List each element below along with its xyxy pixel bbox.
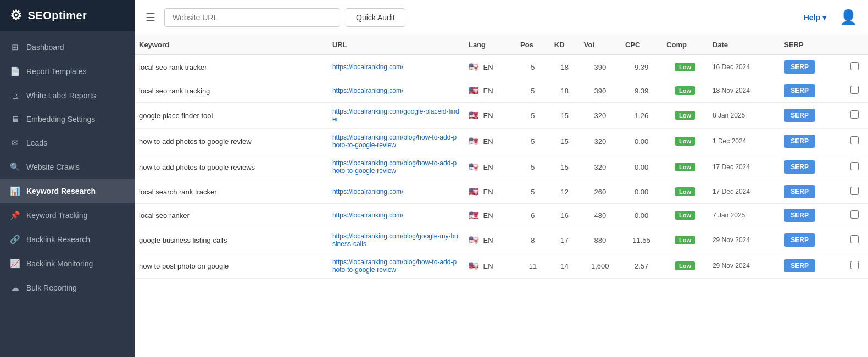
cell-serp: SERP <box>780 103 842 129</box>
cell-cpc: 11.55 <box>621 227 662 253</box>
cell-vol: 390 <box>580 55 621 79</box>
sidebar-item-backlink-monitoring[interactable]: 📈 Backlink Monitoring <box>0 252 135 276</box>
url-input[interactable] <box>164 8 340 27</box>
col-header-keyword: Keyword <box>135 35 328 55</box>
sidebar-label-white-label-reports: White Label Reports <box>26 91 96 100</box>
flag-icon: 🇺🇸 <box>469 162 479 171</box>
cell-comp: Low <box>662 204 708 227</box>
table-row: google business listing calls https://lo… <box>135 227 868 253</box>
sidebar-label-keyword-research: Keyword Research <box>26 187 96 196</box>
cell-checkbox <box>842 204 868 227</box>
col-header-comp: Comp <box>662 35 708 55</box>
cell-checkbox <box>842 79 868 103</box>
leads-icon: ✉ <box>10 138 20 148</box>
sidebar-item-leads[interactable]: ✉ Leads <box>0 131 135 155</box>
cell-vol: 320 <box>580 103 621 129</box>
cell-kd: 12 <box>550 180 580 204</box>
backlink-monitoring-icon: 📈 <box>10 259 20 269</box>
cell-keyword: google place finder tool <box>135 103 328 129</box>
flag-icon: 🇺🇸 <box>469 110 479 120</box>
row-checkbox[interactable] <box>850 187 859 195</box>
sidebar-item-white-label-reports[interactable]: 🖨 White Label Reports <box>0 83 135 107</box>
sidebar-item-bulk-reporting[interactable]: ☁ Bulk Reporting <box>0 276 135 300</box>
serp-button[interactable]: SERP <box>784 209 815 222</box>
row-checkbox[interactable] <box>850 210 859 219</box>
cell-kd: 18 <box>550 79 580 103</box>
comp-badge: Low <box>675 63 695 71</box>
serp-button[interactable]: SERP <box>784 259 815 272</box>
sidebar-item-keyword-research[interactable]: 📊 Keyword Research <box>0 179 135 203</box>
cell-lang: 🇺🇸 EN <box>464 129 516 154</box>
row-checkbox[interactable] <box>850 136 859 144</box>
sidebar-item-embedding-settings[interactable]: 🖥 Embedding Settings <box>0 107 135 131</box>
flag-icon: 🇺🇸 <box>469 187 479 196</box>
cell-pos: 5 <box>516 79 550 103</box>
cell-serp: SERP <box>780 129 842 154</box>
cell-checkbox <box>842 154 868 180</box>
cell-lang: 🇺🇸 EN <box>464 204 516 227</box>
sidebar-item-report-templates[interactable]: 📄 Report Templates <box>0 59 135 83</box>
row-checkbox[interactable] <box>850 62 859 70</box>
sidebar-item-website-crawls[interactable]: 🔍 Website Crawls <box>0 155 135 179</box>
sidebar-item-keyword-tracking[interactable]: 📌 Keyword Tracking <box>0 203 135 227</box>
cell-vol: 480 <box>580 204 621 227</box>
cell-keyword: google business listing calls <box>135 227 328 253</box>
cell-keyword: local seo ranker <box>135 204 328 227</box>
cell-kd: 17 <box>550 227 580 253</box>
cell-pos: 8 <box>516 227 550 253</box>
cell-date: 17 Dec 2024 <box>708 154 780 180</box>
serp-button[interactable]: SERP <box>784 135 815 148</box>
comp-badge: Low <box>675 163 695 171</box>
cell-date: 7 Jan 2025 <box>708 204 780 227</box>
row-checkbox[interactable] <box>850 162 859 170</box>
row-checkbox[interactable] <box>850 86 859 94</box>
col-header-date: Date <box>708 35 780 55</box>
sidebar-label-backlink-research: Backlink Research <box>26 235 90 244</box>
sidebar-item-backlink-research[interactable]: 🔗 Backlink Research <box>0 227 135 252</box>
cell-serp: SERP <box>780 227 842 253</box>
cell-keyword: how to post photo on google <box>135 253 328 279</box>
row-checkbox[interactable] <box>850 235 859 243</box>
cell-pos: 5 <box>516 55 550 79</box>
cell-comp: Low <box>662 129 708 154</box>
cell-url: https://localranking.com/ <box>328 79 464 103</box>
cell-date: 1 Dec 2024 <box>708 129 780 154</box>
quick-audit-button[interactable]: Quick Audit <box>346 8 405 27</box>
col-header-serp: SERP <box>780 35 842 55</box>
content-area: KeywordURLLangPosKDVolCPCCompDateSERP lo… <box>135 35 868 357</box>
cell-comp: Low <box>662 55 708 79</box>
cell-comp: Low <box>662 180 708 204</box>
white-label-reports-icon: 🖨 <box>10 91 20 100</box>
row-checkbox[interactable] <box>850 110 859 119</box>
sidebar-item-dashboard[interactable]: ⊞ Dashboard <box>0 35 135 59</box>
cell-cpc: 9.39 <box>621 79 662 103</box>
cell-date: 29 Nov 2024 <box>708 227 780 253</box>
help-dropdown[interactable]: Help ▾ <box>804 13 826 22</box>
sidebar-label-embedding-settings: Embedding Settings <box>26 115 95 124</box>
cell-pos: 5 <box>516 180 550 204</box>
website-crawls-icon: 🔍 <box>10 162 20 172</box>
cell-serp: SERP <box>780 154 842 180</box>
sidebar-label-report-templates: Report Templates <box>26 67 86 76</box>
cell-kd: 15 <box>550 129 580 154</box>
cell-lang: 🇺🇸 EN <box>464 180 516 204</box>
cell-date: 16 Dec 2024 <box>708 55 780 79</box>
serp-button[interactable]: SERP <box>784 185 815 198</box>
cell-cpc: 0.00 <box>621 180 662 204</box>
serp-button[interactable]: SERP <box>784 233 815 247</box>
cell-vol: 390 <box>580 79 621 103</box>
serp-button[interactable]: SERP <box>784 84 815 97</box>
serp-button[interactable]: SERP <box>784 60 815 74</box>
flag-icon: 🇺🇸 <box>469 261 479 270</box>
cell-pos: 5 <box>516 129 550 154</box>
hamburger-icon[interactable]: ☰ <box>146 11 155 24</box>
row-checkbox[interactable] <box>850 261 859 269</box>
col-header-vol: Vol <box>580 35 621 55</box>
cell-date: 18 Nov 2024 <box>708 79 780 103</box>
serp-button[interactable]: SERP <box>784 109 815 122</box>
serp-button[interactable]: SERP <box>784 160 815 174</box>
cell-checkbox <box>842 227 868 253</box>
sidebar-label-bulk-reporting: Bulk Reporting <box>26 283 77 292</box>
flag-icon: 🇺🇸 <box>469 210 479 220</box>
user-icon[interactable]: 👤 <box>839 9 857 26</box>
